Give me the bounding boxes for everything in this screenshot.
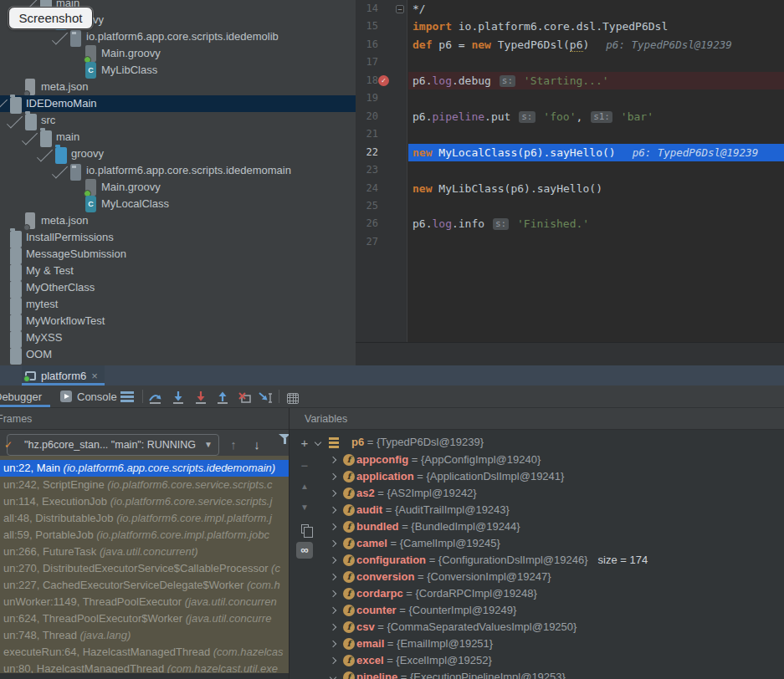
tree-item-idedemomain[interactable]: IDEDemoMain: [0, 95, 356, 112]
step-into-icon[interactable]: [170, 389, 187, 404]
variable-row-email[interactable]: email = {EmailImpl@19251}: [290, 636, 784, 652]
frame-down-icon[interactable]: ↓: [248, 434, 266, 456]
chevron-expanded-icon[interactable]: [22, 129, 38, 145]
stack-frame-row[interactable]: unWorker:1149, ThreadPoolExecutor (java.…: [0, 594, 289, 610]
tree-item-myworkflowtest[interactable]: MyWorkflowTest: [0, 313, 356, 329]
tree-item-groovy[interactable]: groovy: [0, 146, 356, 162]
stack-frame-row[interactable]: un:114, ExecutionJob (io.platform6.core.…: [0, 493, 289, 510]
variable-row-p6[interactable]: p6 = {TypedP6Dsl@19239}: [290, 434, 784, 451]
filter-funnel-icon[interactable]: [269, 434, 288, 456]
chevron-expanded-icon[interactable]: [315, 439, 321, 446]
chevron-expanded-icon[interactable]: [0, 95, 8, 111]
tree-item-my-test[interactable]: My & Test: [0, 263, 356, 279]
variable-row-as2[interactable]: as2 = {AS2Impl@19242}: [290, 485, 784, 502]
stack-frame-row[interactable]: executeRun:64, HazelcastManagedThread (c…: [0, 644, 289, 661]
fold-region-icon[interactable]: −: [396, 5, 404, 13]
code-line-26[interactable]: 26p6.log.info s: 'Finished.': [356, 215, 784, 232]
tree-item-myotherclass[interactable]: MyOtherClass: [0, 279, 356, 296]
chevron-collapsed-icon[interactable]: [330, 557, 336, 564]
chevron-collapsed-icon[interactable]: [330, 641, 336, 647]
step-over-icon[interactable]: [147, 389, 164, 404]
variable-row-counter[interactable]: counter = {CounterImpl@19249}: [290, 602, 784, 619]
code-line-21[interactable]: 21: [356, 125, 784, 143]
chevron-expanded-icon[interactable]: [7, 112, 23, 128]
code-line-18[interactable]: 18✓p6.log.debug s: 'Starting...': [356, 72, 784, 89]
code-line-14[interactable]: 14−*/: [356, 0, 784, 18]
chevron-collapsed-icon[interactable]: [330, 624, 336, 630]
breakpoint-icon[interactable]: ✓: [378, 75, 389, 86]
variable-row-excel[interactable]: excel = {ExcelImpl@19252}: [290, 652, 784, 669]
code-line-22[interactable]: 22new MyLocalClass(p6).sayHello()p6: Typ…: [356, 144, 784, 161]
tree-item-meta-json[interactable]: meta.json: [0, 212, 356, 229]
code-editor[interactable]: 14−*/15import io.platform6.core.dsl.Type…: [356, 0, 784, 342]
code-line-16[interactable]: 16def p6 = new TypedP6Dsl(p6)p6: TypedP6…: [356, 36, 784, 54]
code-line-20[interactable]: 20p6.pipeline.put s: 'foo', s1: 'bar': [356, 108, 784, 125]
chevron-collapsed-icon[interactable]: [330, 507, 336, 513]
tree-item-messagesubmission[interactable]: MessageSubmission: [0, 246, 356, 263]
chevron-collapsed-icon[interactable]: [330, 657, 336, 664]
chevron-collapsed-icon[interactable]: [330, 473, 336, 480]
tree-item-main-groovy[interactable]: Main.groovy: [0, 179, 356, 196]
chevron-collapsed-icon[interactable]: [330, 490, 336, 497]
stack-frame-row[interactable]: un:624, ThreadPoolExecutor$Worker (java.…: [0, 610, 289, 627]
tree-item-oom[interactable]: OOM: [0, 346, 356, 363]
chevron-collapsed-icon[interactable]: [330, 457, 336, 463]
code-line-17[interactable]: 17: [356, 54, 784, 71]
force-step-into-icon[interactable]: [192, 389, 209, 404]
tree-item-mylocalclass[interactable]: MyLocalClass: [0, 196, 356, 212]
tree-item-mylibclass[interactable]: MyLibClass: [0, 62, 356, 79]
tree-item-meta-json[interactable]: meta.json: [0, 79, 356, 95]
frame-up-icon[interactable]: ↑: [224, 434, 243, 456]
run-to-cursor-icon[interactable]: [258, 389, 274, 404]
chevron-collapsed-icon[interactable]: [330, 607, 336, 614]
tab-console[interactable]: Console: [60, 385, 117, 407]
chevron-expanded-icon[interactable]: [37, 146, 53, 161]
code-line-25[interactable]: 25: [356, 197, 784, 215]
variable-row-configuration[interactable]: configuration = {ConfigurationDslImpl@19…: [290, 552, 784, 569]
tree-item-io-platform6-app-core-scripts-idedemomain[interactable]: io.platform6.app.core.scripts.idedemomai…: [0, 162, 356, 179]
stack-frame-row[interactable]: un:22, Main (io.platform6.app.core.scrip…: [0, 460, 289, 477]
chevron-collapsed-icon[interactable]: [330, 574, 336, 580]
stack-frame-row[interactable]: un:80, HazelcastManagedThread (com.hazel…: [0, 661, 289, 673]
tree-item-installpermissions[interactable]: InstallPermissions: [0, 229, 356, 246]
code-line-19[interactable]: 19: [356, 89, 784, 107]
stack-frame-row[interactable]: all:59, PortableJob (io.platform6.core.i…: [0, 527, 289, 544]
chevron-expanded-icon[interactable]: [52, 162, 68, 178]
variable-row-bundled[interactable]: bundled = {BundledImpl@19244}: [290, 518, 784, 535]
tree-item-main[interactable]: main: [0, 129, 356, 146]
code-line-15[interactable]: 15import io.platform6.core.dsl.TypedP6Ds…: [356, 18, 784, 35]
thread-selector-dropdown[interactable]: "hz.p6core_stan... "main": RUNNING ▼: [7, 434, 219, 456]
chevron-expanded-icon[interactable]: [330, 674, 336, 679]
stack-frame-row[interactable]: all:48, DistributableJob (io.platform6.c…: [0, 510, 289, 527]
stack-frame-row[interactable]: un:227, CachedExecutorServiceDelegate$Wo…: [0, 577, 289, 594]
tool-window-tab-platform6[interactable]: platform6 ×: [22, 365, 105, 385]
screenshot-button[interactable]: Screenshot: [8, 7, 93, 29]
threads-view-icon[interactable]: [120, 385, 134, 407]
variable-row-cordarpc[interactable]: cordarpc = {CordaRPCImpl@19248}: [290, 585, 784, 602]
variable-row-conversion[interactable]: conversion = {ConversionImpl@19247}: [290, 569, 784, 585]
variable-row-audit[interactable]: audit = {AuditTrailImpl@19243}: [290, 502, 784, 518]
code-line-24[interactable]: 24new MyLibClass(p6).sayHello(): [356, 180, 784, 197]
variable-row-pipeline[interactable]: pipeline = {ExecutionPipelineImpl@19253}: [290, 669, 784, 679]
drop-frame-icon[interactable]: [236, 389, 253, 404]
tree-item-main-groovy[interactable]: Main.groovy: [0, 45, 356, 62]
variable-row-appconfig[interactable]: appconfig = {AppConfigImpl@19240}: [290, 452, 784, 468]
panel-divider[interactable]: [289, 408, 290, 679]
stack-frame-row[interactable]: un:242, ScriptEngine (io.platform6.core.…: [0, 477, 289, 493]
close-icon[interactable]: ×: [91, 370, 98, 381]
stack-frame-row[interactable]: un:266, FutureTask (java.util.concurrent…: [0, 544, 289, 560]
tree-item-mytest[interactable]: mytest: [0, 296, 356, 313]
variable-row-camel[interactable]: camel = {CamelImpl@19245}: [290, 535, 784, 552]
chevron-collapsed-icon[interactable]: [330, 590, 336, 597]
stack-frame-row[interactable]: un:748, Thread (java.lang): [0, 627, 289, 644]
evaluate-grid-icon[interactable]: [284, 389, 301, 404]
tree-item-myxss[interactable]: MyXSS: [0, 329, 356, 346]
code-line-23[interactable]: 23: [356, 161, 784, 179]
step-out-icon[interactable]: [214, 389, 231, 404]
tree-item-io-platform6-app-core-scripts-idedemolib[interactable]: io.platform6.app.core.scripts.idedemolib: [0, 28, 356, 45]
chevron-collapsed-icon[interactable]: [330, 540, 336, 547]
tree-item-src[interactable]: src: [0, 112, 356, 129]
code-line-27[interactable]: 27: [356, 233, 784, 251]
stack-frame-row[interactable]: un:270, DistributedExecutorService$Calla…: [0, 560, 289, 577]
variable-row-csv[interactable]: csv = {CommaSeparatedValuesImpl@19250}: [290, 619, 784, 636]
